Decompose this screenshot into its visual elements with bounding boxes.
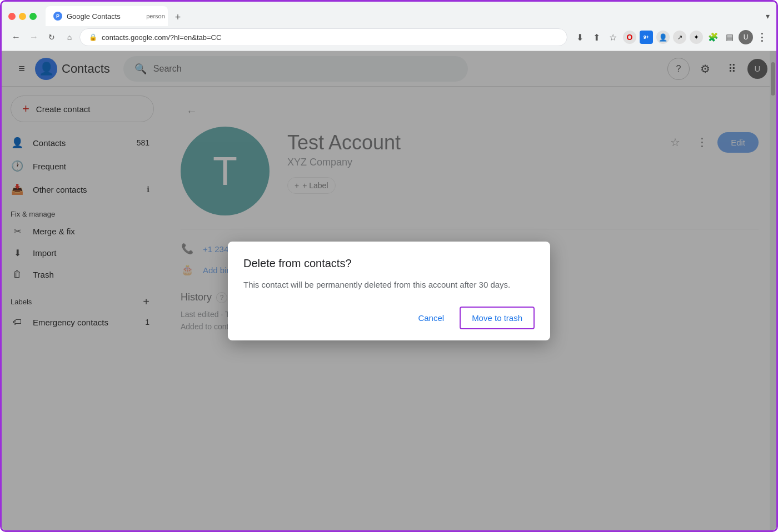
back-nav-button[interactable]: ← [8,29,24,45]
browser-chrome: P Google Contacts person + ▾ ← → ↻ ⌂ 🔒 c… [2,2,776,51]
tab-strip: P Google Contacts person + [46,6,761,26]
home-button[interactable]: ⌂ [62,29,77,45]
cancel-button[interactable]: Cancel [407,307,455,329]
download-icon[interactable]: ⬇ [572,29,587,45]
tab-dropdown-button[interactable]: ▾ [766,12,770,21]
url-bar[interactable]: 🔒 contacts.google.com/?hl=en&tab=CC [79,28,567,46]
extension-badge-icon[interactable]: 9+ [640,31,653,44]
extension-feather-icon[interactable]: ✦ [690,31,703,44]
extension-puzzle-icon[interactable]: 🧩 [706,31,720,44]
new-tab-button[interactable]: + [170,9,186,25]
app-wrapper: ≡ 👤 Contacts 🔍 ? ⚙ ⠿ U + Create contact … [2,51,776,531]
minimize-button[interactable] [19,13,26,20]
tab-favicon: P [53,12,62,21]
dialog-title: Delete from contacts? [243,257,535,270]
traffic-lights [8,13,37,20]
dialog-actions: Cancel Move to trash [243,307,535,329]
toolbar-icons: ⬇ ⬆ ☆ O 9+ 👤 ↗ ✦ 🧩 ▤ U ⋮ [572,29,770,45]
extension-arrow-icon[interactable]: ↗ [673,31,686,44]
profile-avatar[interactable]: U [739,30,753,44]
forward-nav-button[interactable]: → [26,29,42,45]
title-bar: P Google Contacts person + ▾ [2,2,776,26]
address-bar: ← → ↻ ⌂ 🔒 contacts.google.com/?hl=en&tab… [2,26,776,51]
maximize-button[interactable] [29,13,37,20]
share-icon[interactable]: ⬆ [589,29,604,45]
delete-dialog: Delete from contacts? This contact will … [228,242,550,341]
reload-button[interactable]: ↻ [44,29,59,45]
move-to-trash-button[interactable]: Move to trash [460,307,535,329]
extension-opera-icon[interactable]: O [623,31,636,44]
extension-grid-icon[interactable]: ▤ [723,31,736,44]
close-button[interactable] [8,13,16,20]
active-tab[interactable]: P Google Contacts person [46,6,168,26]
tab-close-button[interactable]: person [151,12,160,21]
extension-user-icon[interactable]: 👤 [656,31,670,44]
bookmark-icon[interactable]: ☆ [605,29,621,45]
menu-dots-icon[interactable]: ⋮ [754,29,770,45]
dialog-body: This contact will be permanently deleted… [243,279,535,292]
modal-overlay: Delete from contacts? This contact will … [2,51,776,531]
url-text: contacts.google.com/?hl=en&tab=CC [102,33,221,42]
tab-title: Google Contacts [67,12,121,21]
lock-icon: 🔒 [89,33,97,41]
